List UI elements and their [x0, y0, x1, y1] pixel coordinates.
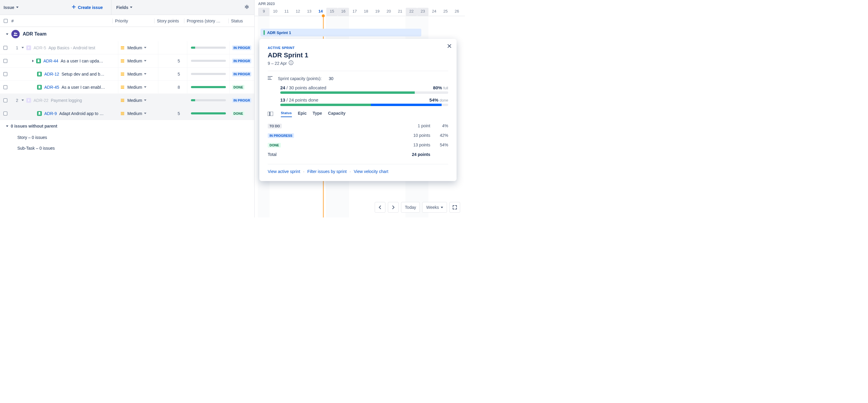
issue-summary[interactable]: App Basics - Android test	[49, 45, 95, 50]
issue-key[interactable]: ADR-9	[44, 111, 57, 116]
date-cell[interactable]: 15	[326, 8, 338, 16]
date-cell[interactable]: 22	[406, 8, 417, 16]
status-badge[interactable]: IN PROGR	[232, 59, 251, 63]
chevron-down-icon[interactable]	[22, 99, 24, 101]
date-cell[interactable]: 13	[304, 8, 315, 16]
today-button[interactable]: Today	[401, 202, 420, 213]
priority-field[interactable]: Medium	[121, 98, 147, 103]
zoom-dropdown[interactable]: Weeks	[422, 202, 447, 213]
issue-row[interactable]: 1ADR-5App Basics - Android testMediumIN …	[0, 41, 254, 54]
row-checkbox[interactable]	[3, 98, 7, 102]
date-cell[interactable]: 19	[372, 8, 383, 16]
issue-row[interactable]: ADR-12Setup dev and and b…Medium5IN PROG…	[0, 67, 254, 81]
chevron-down-icon	[6, 125, 8, 127]
issue-row[interactable]: 2ADR-22Payment loggingMediumIN PROGR	[0, 94, 254, 107]
col-header-progress[interactable]: Progress (story …	[184, 19, 228, 23]
close-button[interactable]	[447, 43, 452, 49]
status-badge[interactable]: DONE	[232, 111, 244, 116]
select-all-checkbox[interactable]	[4, 19, 8, 23]
fields-dropdown[interactable]: Fields	[112, 0, 244, 14]
issues-without-parent-toggle[interactable]: 0 issues without parent	[0, 120, 254, 132]
date-cell[interactable]: 9	[258, 8, 270, 16]
issue-dropdown[interactable]: Issue Create issue	[0, 0, 112, 14]
col-header-priority[interactable]: Priority	[112, 19, 154, 23]
tab-type[interactable]: Type	[313, 111, 322, 117]
link-velocity[interactable]: View velocity chart	[354, 169, 389, 174]
date-cell[interactable]: 25	[440, 8, 451, 16]
progress-bar	[191, 112, 226, 115]
tab-epic[interactable]: Epic	[298, 111, 307, 117]
svg-rect-5	[268, 76, 273, 77]
col-header-story-points[interactable]: Story points	[154, 19, 184, 23]
issue-key[interactable]: ADR-12	[44, 72, 59, 76]
link-view-sprint[interactable]: View active sprint	[268, 169, 300, 174]
chevron-down-icon[interactable]	[22, 47, 24, 49]
progress-bar	[191, 86, 226, 88]
status-badge[interactable]: DONE	[232, 85, 244, 90]
story-points-value[interactable]: 5	[178, 72, 180, 76]
date-cell[interactable]: 16	[338, 8, 349, 16]
priority-field[interactable]: Medium	[121, 72, 147, 76]
date-cell[interactable]: 18	[360, 8, 372, 16]
priority-field[interactable]: Medium	[121, 45, 147, 50]
issue-row[interactable]: ADR-45As a user I can enabl…Medium8DONE	[0, 81, 254, 94]
fullscreen-button[interactable]	[450, 202, 460, 213]
story-points-value[interactable]: 5	[178, 111, 180, 116]
col-header-status[interactable]: Status	[228, 19, 254, 23]
svg-rect-8	[268, 112, 270, 116]
story-icon	[36, 59, 41, 63]
date-cell[interactable]: 24	[429, 8, 440, 16]
date-cell[interactable]: 12	[292, 8, 304, 16]
row-number: 2	[15, 98, 19, 103]
row-checkbox[interactable]	[3, 85, 7, 89]
date-cell[interactable]: 21	[395, 8, 406, 16]
issue-summary[interactable]: Adapt Android app to …	[59, 111, 104, 116]
chevron-down-icon	[144, 73, 147, 75]
date-cell[interactable]: 17	[349, 8, 360, 16]
status-badge[interactable]: IN PROGR	[232, 72, 251, 76]
date-cell[interactable]: 26	[451, 8, 463, 16]
timeline-dates: 91011121314151617181920212223242526	[255, 8, 465, 16]
epic-icon	[26, 98, 31, 103]
info-icon[interactable]	[289, 60, 293, 66]
row-checkbox[interactable]	[3, 59, 7, 63]
issue-summary[interactable]: Payment logging	[51, 98, 82, 103]
team-row[interactable]: ADR Team	[0, 27, 254, 41]
issue-key[interactable]: ADR-45	[44, 85, 59, 90]
story-points-value[interactable]: 8	[178, 85, 180, 90]
collapse-columns-button[interactable]	[244, 4, 254, 10]
issue-row[interactable]: ADR-44As a user I can upda…Medium5IN PRO…	[0, 54, 254, 67]
alloc-pct: 80%	[433, 85, 442, 90]
status-pill: TO DO	[268, 124, 282, 128]
tab-capacity[interactable]: Capacity	[328, 111, 345, 117]
issue-summary[interactable]: As a user I can upda…	[61, 59, 103, 63]
row-checkbox[interactable]	[3, 112, 7, 116]
priority-field[interactable]: Medium	[121, 85, 147, 90]
issue-summary[interactable]: Setup dev and and b…	[62, 72, 104, 76]
progress-bar	[191, 60, 226, 62]
status-badge[interactable]: IN PROGR	[232, 45, 251, 50]
date-cell[interactable]: 23	[417, 8, 429, 16]
issue-key[interactable]: ADR-5	[33, 45, 46, 50]
sprint-bar[interactable]: ADR Sprint 1	[260, 29, 421, 36]
next-button[interactable]	[388, 202, 399, 213]
tab-status[interactable]: Status	[281, 111, 292, 117]
chevron-right-icon[interactable]	[32, 60, 34, 62]
link-filter-sprint[interactable]: Filter issues by sprint	[307, 169, 347, 174]
date-cell[interactable]: 20	[383, 8, 395, 16]
row-checkbox[interactable]	[3, 72, 7, 76]
row-checkbox[interactable]	[3, 46, 7, 50]
issue-key[interactable]: ADR-44	[43, 59, 58, 63]
issue-summary[interactable]: As a user I can enabl…	[62, 85, 105, 90]
create-issue-button[interactable]: Create issue	[71, 4, 107, 10]
issue-key[interactable]: ADR-22	[33, 98, 49, 103]
priority-field[interactable]: Medium	[121, 59, 147, 63]
date-cell[interactable]: 14	[315, 8, 326, 16]
date-cell[interactable]: 10	[270, 8, 281, 16]
story-points-value[interactable]: 5	[178, 59, 180, 63]
issue-row[interactable]: ADR-9Adapt Android app to …Medium5DONE	[0, 107, 254, 120]
status-badge[interactable]: IN PROGR	[232, 98, 251, 103]
prev-button[interactable]	[375, 202, 385, 213]
priority-field[interactable]: Medium	[121, 111, 147, 116]
date-cell[interactable]: 11	[281, 8, 292, 16]
